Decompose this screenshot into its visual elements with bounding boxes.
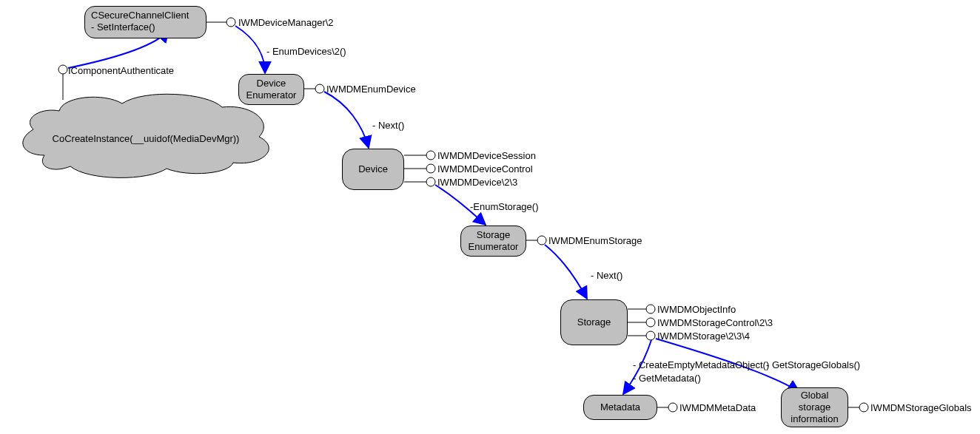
method-getstorageglobals: - GetStorageGlobals() bbox=[766, 359, 860, 370]
node-global-storage: Global storage information bbox=[781, 387, 848, 427]
svg-point-11 bbox=[426, 177, 435, 186]
interface-icomponentauthenticate: IComponentAuthenticate bbox=[68, 65, 174, 76]
node-global-storage-l3: information bbox=[791, 413, 838, 424]
node-secure-channel-title: CSecureChannelClient bbox=[91, 10, 189, 21]
node-storage-enumerator-l2: Enumerator bbox=[469, 241, 519, 252]
interface-iwmdmstorageglobals: IWMDMStorageGlobals bbox=[870, 402, 972, 413]
svg-point-3 bbox=[226, 18, 235, 27]
node-metadata: Metadata bbox=[583, 395, 657, 420]
node-metadata-label: Metadata bbox=[600, 401, 640, 413]
interface-iwmdmstoragecontrol: IWMDMStorageControl\2\3 bbox=[657, 317, 773, 328]
svg-point-1 bbox=[58, 65, 67, 74]
interface-iwmdmobjectinfo: IWMDMObjectInfo bbox=[657, 304, 736, 315]
svg-point-9 bbox=[426, 164, 435, 173]
node-secure-channel-method: - SetInterface() bbox=[91, 21, 155, 33]
svg-point-5 bbox=[315, 84, 324, 93]
node-global-storage-l2: storage bbox=[799, 401, 830, 413]
node-storage-enumerator-l1: Storage bbox=[477, 229, 511, 240]
node-cocreateinstance-text: CoCreateInstance(__uuidof(MediaDevMgr)) bbox=[31, 133, 261, 144]
svg-point-21 bbox=[668, 403, 677, 412]
svg-point-13 bbox=[537, 236, 546, 245]
svg-point-15 bbox=[646, 305, 655, 313]
node-storage: Storage bbox=[560, 299, 628, 345]
node-device-enumerator-l2: Enumerator bbox=[246, 89, 297, 101]
method-getmetadata: - GetMetadata() bbox=[633, 373, 701, 384]
interface-iwmdmmetadata: IWMDMMetaData bbox=[679, 402, 756, 413]
method-enumstorage: -EnumStorage() bbox=[470, 201, 538, 212]
method-createemptymetadataobject: - CreateEmptyMetadataObject() bbox=[633, 359, 769, 370]
method-enumdevices: - EnumDevices\2() bbox=[266, 46, 346, 57]
svg-point-23 bbox=[859, 403, 868, 412]
node-device-enumerator: Device Enumerator bbox=[238, 74, 304, 105]
interface-iwmdmenumdevice: IWMDMEnumDevice bbox=[326, 84, 416, 95]
svg-point-19 bbox=[646, 331, 655, 340]
node-secure-channel-client: CSecureChannelClient - SetInterface() bbox=[84, 6, 207, 38]
interface-iwmdevicemanager: IWMDeviceManager\2 bbox=[238, 17, 334, 28]
node-device-label: Device bbox=[358, 163, 388, 175]
interface-iwmdmdevicesession: IWMDMDeviceSession bbox=[437, 150, 536, 161]
svg-point-17 bbox=[646, 318, 655, 327]
node-device-enumerator-l1: Device bbox=[257, 78, 286, 89]
node-device: Device bbox=[342, 149, 404, 190]
node-storage-label: Storage bbox=[577, 316, 611, 328]
interface-iwmdmenumstorage: IWMDMEnumStorage bbox=[548, 235, 642, 246]
interface-iwmdmdevice: IWMDMDevice\2\3 bbox=[437, 177, 517, 188]
svg-point-7 bbox=[426, 151, 435, 160]
interface-iwmdmdevicecontrol: IWMDMDeviceControl bbox=[437, 163, 533, 174]
method-next-1: - Next() bbox=[372, 120, 404, 131]
node-global-storage-l1: Global bbox=[801, 390, 829, 401]
method-next-2: - Next() bbox=[591, 270, 622, 281]
interface-iwmdmstorage: IWMDMStorage\2\3\4 bbox=[657, 330, 750, 342]
node-storage-enumerator: Storage Enumerator bbox=[460, 226, 526, 257]
